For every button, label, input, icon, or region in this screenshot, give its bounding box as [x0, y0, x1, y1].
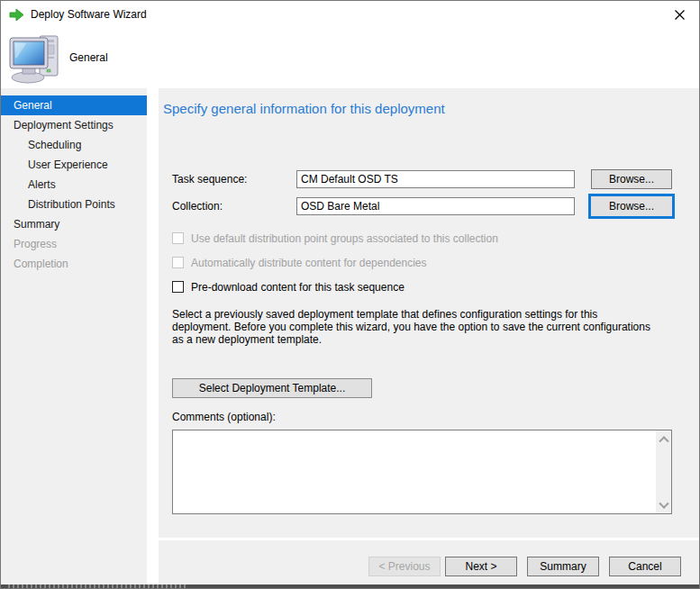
collection-input[interactable]	[296, 197, 575, 215]
comments-field-frame	[172, 430, 672, 514]
pre-download-content-checkbox[interactable]	[172, 281, 184, 293]
header-step-title: General	[69, 51, 108, 64]
pre-download-content-label: Pre-download content for this task seque…	[191, 281, 405, 294]
collection-browse-button[interactable]: Browse...	[588, 194, 675, 219]
background-window-artifact	[8, 584, 188, 589]
sidebar-item-user-experience[interactable]: User Experience	[1, 155, 147, 175]
window-title: Deploy Software Wizard	[31, 1, 147, 29]
sidebar-item-progress: Progress	[1, 234, 147, 254]
deployment-template-description: Select a previously saved deployment tem…	[172, 308, 659, 346]
sidebar-item-summary[interactable]: Summary	[1, 214, 147, 234]
computer-icon	[8, 33, 62, 84]
auto-distribute-dependencies-checkbox-row: Automatically distribute content for dep…	[172, 257, 427, 269]
pre-download-content-checkbox-row[interactable]: Pre-download content for this task seque…	[172, 281, 405, 294]
task-sequence-browse-button[interactable]: Browse...	[591, 169, 672, 189]
close-icon	[675, 10, 685, 20]
sidebar-item-completion: Completion	[1, 254, 147, 274]
use-default-dp-groups-checkbox-row: Use default distribution point groups as…	[172, 232, 498, 245]
deploy-software-wizard-window: Deploy Software Wizard	[0, 0, 700, 589]
previous-button: < Previous	[368, 557, 441, 576]
collection-label: Collection:	[172, 200, 223, 213]
summary-button[interactable]: Summary	[527, 557, 599, 576]
scroll-up-icon[interactable]	[656, 430, 671, 446]
sidebar-content-divider	[147, 88, 159, 584]
auto-distribute-dependencies-checkbox	[172, 257, 184, 268]
sidebar-item-scheduling[interactable]: Scheduling	[1, 135, 147, 155]
cancel-button[interactable]: Cancel	[609, 557, 681, 576]
sidebar-item-deployment-settings[interactable]: Deployment Settings	[1, 115, 147, 135]
use-default-dp-groups-label: Use default distribution point groups as…	[191, 232, 498, 245]
sidebar-item-general[interactable]: General	[1, 95, 147, 115]
sidebar-item-alerts[interactable]: Alerts	[1, 175, 147, 195]
auto-distribute-dependencies-label: Automatically distribute content for dep…	[191, 257, 427, 269]
wizard-steps-sidebar: General Deployment Settings Scheduling U…	[1, 88, 147, 584]
footer-divider	[159, 538, 700, 540]
page-title: Specify general information for this dep…	[163, 101, 445, 116]
wizard-header: General	[1, 29, 699, 88]
use-default-dp-groups-checkbox	[172, 232, 184, 244]
title-bar: Deploy Software Wizard	[1, 1, 699, 29]
next-button[interactable]: Next >	[445, 557, 517, 576]
comments-scrollbar[interactable]	[656, 430, 671, 513]
scroll-down-icon[interactable]	[656, 498, 671, 513]
task-sequence-label: Task sequence:	[172, 173, 247, 186]
comments-textarea[interactable]	[173, 430, 654, 513]
select-deployment-template-button[interactable]: Select Deployment Template...	[172, 378, 372, 398]
sidebar-item-distribution-points[interactable]: Distribution Points	[1, 195, 147, 214]
close-button[interactable]	[659, 1, 699, 29]
comments-label: Comments (optional):	[172, 411, 276, 423]
wizard-arrow-icon	[9, 8, 24, 22]
task-sequence-input[interactable]	[296, 170, 575, 188]
